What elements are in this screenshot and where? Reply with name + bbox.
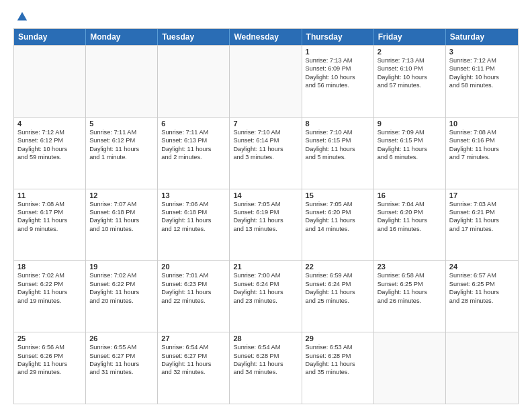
cell-line: Daylight: 11 hours bbox=[378, 216, 442, 224]
calendar-row-1: 4Sunrise: 7:12 AMSunset: 6:12 PMDaylight… bbox=[14, 117, 518, 189]
calendar-cell: 16Sunrise: 7:04 AMSunset: 6:20 PMDayligh… bbox=[374, 189, 446, 261]
cell-line: Sunset: 6:24 PM bbox=[233, 280, 298, 288]
cell-line: Sunset: 6:28 PM bbox=[233, 352, 298, 360]
cell-line: Sunrise: 7:13 AM bbox=[378, 56, 442, 64]
calendar-cell: 5Sunrise: 7:11 AMSunset: 6:12 PMDaylight… bbox=[86, 118, 158, 189]
calendar-cell: 4Sunrise: 7:12 AMSunset: 6:12 PMDaylight… bbox=[14, 118, 86, 189]
calendar-cell: 13Sunrise: 7:06 AMSunset: 6:18 PMDayligh… bbox=[158, 189, 230, 261]
cell-line: Sunrise: 6:55 AM bbox=[89, 343, 154, 351]
day-number: 17 bbox=[449, 191, 515, 199]
cell-line: Daylight: 11 hours bbox=[378, 145, 442, 153]
cell-line: and 26 minutes. bbox=[378, 297, 442, 305]
calendar-header: SundayMondayTuesdayWednesdayThursdayFrid… bbox=[14, 29, 518, 45]
cell-line: and 12 minutes. bbox=[161, 225, 226, 233]
cell-line: Daylight: 11 hours bbox=[17, 288, 82, 296]
cell-line: Daylight: 11 hours bbox=[449, 288, 515, 296]
cell-line: and 57 minutes. bbox=[378, 81, 442, 89]
day-number: 26 bbox=[89, 334, 154, 342]
cell-line: Sunrise: 6:53 AM bbox=[306, 343, 370, 351]
calendar-cell: 12Sunrise: 7:07 AMSunset: 6:18 PMDayligh… bbox=[86, 189, 158, 261]
calendar-body: 1Sunrise: 7:13 AMSunset: 6:09 PMDaylight… bbox=[14, 45, 518, 404]
cell-line: and 9 minutes. bbox=[17, 225, 82, 233]
cell-line: and 2 minutes. bbox=[161, 153, 226, 161]
day-number: 3 bbox=[449, 48, 515, 56]
cell-line: and 6 minutes. bbox=[378, 153, 442, 161]
cell-line: Daylight: 11 hours bbox=[161, 288, 226, 296]
cell-line: and 25 minutes. bbox=[306, 297, 370, 305]
cell-line: Sunrise: 7:13 AM bbox=[306, 56, 370, 64]
cell-line: Daylight: 11 hours bbox=[233, 145, 298, 153]
cell-line: and 59 minutes. bbox=[17, 153, 82, 161]
cell-line: Sunset: 6:12 PM bbox=[89, 136, 154, 144]
day-number: 21 bbox=[233, 263, 298, 271]
calendar-cell: 25Sunrise: 6:56 AMSunset: 6:26 PMDayligh… bbox=[14, 332, 86, 404]
cell-line: Sunrise: 7:09 AM bbox=[378, 128, 442, 136]
cell-line: Sunset: 6:27 PM bbox=[89, 352, 154, 360]
cell-line: and 10 minutes. bbox=[89, 225, 154, 233]
calendar-cell: 18Sunrise: 7:02 AMSunset: 6:22 PMDayligh… bbox=[14, 261, 86, 332]
header bbox=[13, 11, 519, 21]
cell-line: Sunset: 6:16 PM bbox=[449, 136, 515, 144]
calendar-cell: 14Sunrise: 7:05 AMSunset: 6:19 PMDayligh… bbox=[230, 189, 302, 261]
cell-line: Daylight: 11 hours bbox=[449, 216, 515, 224]
calendar-cell: 26Sunrise: 6:55 AMSunset: 6:27 PMDayligh… bbox=[86, 332, 158, 404]
calendar-cell: 6Sunrise: 7:11 AMSunset: 6:13 PMDaylight… bbox=[158, 118, 230, 189]
cell-line: Sunset: 6:14 PM bbox=[233, 136, 298, 144]
cell-line: and 23 minutes. bbox=[233, 297, 298, 305]
cell-line: and 58 minutes. bbox=[449, 81, 515, 89]
cell-line: Sunset: 6:10 PM bbox=[378, 64, 442, 73]
day-number: 12 bbox=[89, 191, 154, 199]
calendar: SundayMondayTuesdayWednesdayThursdayFrid… bbox=[13, 28, 519, 404]
calendar-cell: 27Sunrise: 6:54 AMSunset: 6:27 PMDayligh… bbox=[158, 332, 230, 404]
calendar-cell: 17Sunrise: 7:03 AMSunset: 6:21 PMDayligh… bbox=[446, 189, 518, 261]
calendar-cell: 19Sunrise: 7:02 AMSunset: 6:22 PMDayligh… bbox=[86, 261, 158, 332]
header-day-sunday: Sunday bbox=[14, 29, 86, 45]
calendar-cell: 8Sunrise: 7:10 AMSunset: 6:15 PMDaylight… bbox=[302, 118, 374, 189]
cell-line: Sunset: 6:27 PM bbox=[161, 352, 226, 360]
calendar-cell bbox=[158, 46, 230, 117]
cell-line: Sunset: 6:26 PM bbox=[17, 352, 82, 360]
day-number: 10 bbox=[449, 120, 515, 128]
cell-line: Sunset: 6:13 PM bbox=[161, 136, 226, 144]
logo-icon bbox=[16, 11, 28, 23]
cell-line: Sunset: 6:28 PM bbox=[306, 352, 370, 360]
calendar-cell: 15Sunrise: 7:05 AMSunset: 6:20 PMDayligh… bbox=[302, 189, 374, 261]
cell-line: Daylight: 11 hours bbox=[306, 145, 370, 153]
header-day-friday: Friday bbox=[374, 29, 446, 45]
day-number: 14 bbox=[233, 191, 298, 199]
cell-line: Sunset: 6:18 PM bbox=[161, 208, 226, 216]
cell-line: and 13 minutes. bbox=[233, 225, 298, 233]
day-number: 15 bbox=[306, 191, 370, 199]
cell-line: and 7 minutes. bbox=[449, 153, 515, 161]
day-number: 27 bbox=[161, 334, 226, 342]
cell-line: Daylight: 10 hours bbox=[17, 145, 82, 153]
cell-line: Daylight: 11 hours bbox=[306, 360, 370, 368]
cell-line: Daylight: 11 hours bbox=[17, 216, 82, 224]
cell-line: Sunrise: 7:08 AM bbox=[449, 128, 515, 136]
header-day-tuesday: Tuesday bbox=[158, 29, 230, 45]
day-number: 23 bbox=[378, 263, 442, 271]
cell-line: and 22 minutes. bbox=[161, 297, 226, 305]
calendar-cell: 3Sunrise: 7:12 AMSunset: 6:11 PMDaylight… bbox=[446, 46, 518, 117]
cell-line: Daylight: 11 hours bbox=[89, 360, 154, 368]
cell-line: Sunset: 6:20 PM bbox=[306, 208, 370, 216]
cell-line: Daylight: 11 hours bbox=[89, 216, 154, 224]
calendar-cell bbox=[86, 46, 158, 117]
cell-line: Sunrise: 7:03 AM bbox=[449, 200, 515, 208]
cell-line: Daylight: 11 hours bbox=[161, 360, 226, 368]
cell-line: Sunrise: 6:54 AM bbox=[233, 343, 298, 351]
cell-line: Sunrise: 6:57 AM bbox=[449, 271, 515, 279]
cell-line: Daylight: 11 hours bbox=[233, 288, 298, 296]
cell-line: Sunset: 6:18 PM bbox=[89, 208, 154, 216]
calendar-row-3: 18Sunrise: 7:02 AMSunset: 6:22 PMDayligh… bbox=[14, 260, 518, 332]
day-number: 18 bbox=[17, 263, 82, 271]
cell-line: and 28 minutes. bbox=[449, 297, 515, 305]
cell-line: Sunrise: 7:10 AM bbox=[306, 128, 370, 136]
cell-line: Daylight: 11 hours bbox=[449, 145, 515, 153]
cell-line: Daylight: 11 hours bbox=[161, 216, 226, 224]
cell-line: Sunrise: 7:12 AM bbox=[17, 128, 82, 136]
calendar-cell: 11Sunrise: 7:08 AMSunset: 6:17 PMDayligh… bbox=[14, 189, 86, 261]
cell-line: Sunset: 6:11 PM bbox=[449, 64, 515, 73]
cell-line: Sunrise: 7:02 AM bbox=[89, 271, 154, 279]
cell-line: Sunset: 6:09 PM bbox=[306, 64, 370, 73]
